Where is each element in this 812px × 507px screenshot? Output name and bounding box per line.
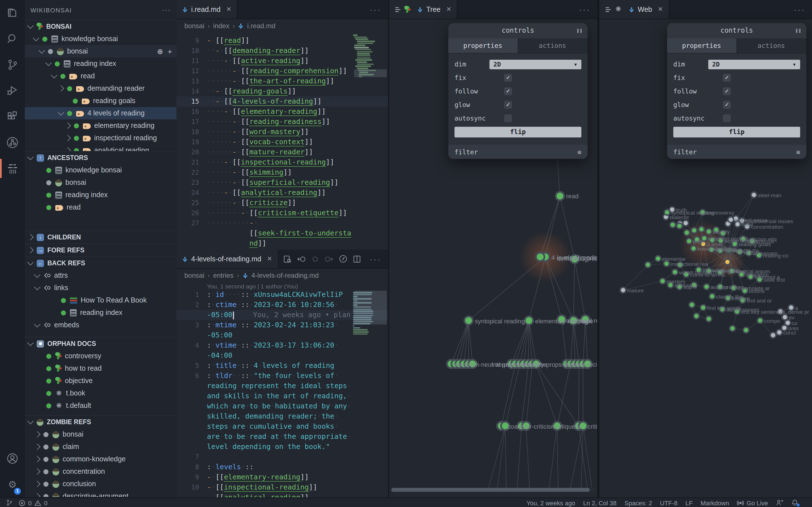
chevron-right-icon[interactable] <box>34 481 41 487</box>
graph-node[interactable] <box>730 326 735 331</box>
source-control-icon[interactable] <box>0 52 25 78</box>
tree-item[interactable]: how to read <box>25 362 176 375</box>
remote-icon[interactable] <box>6 499 13 506</box>
tab-actions[interactable]: actions <box>737 38 806 53</box>
graph-circle-icon[interactable] <box>0 129 25 156</box>
tab-i.read.md[interactable]: i.read.md✕ <box>176 0 238 18</box>
breadcrumb-item[interactable]: bonsai <box>185 272 204 279</box>
graph-node[interactable] <box>670 222 675 228</box>
wiki-link[interactable]: elementary-reading <box>224 473 300 482</box>
wiki-link[interactable]: read <box>224 36 241 45</box>
tab-properties[interactable]: properties <box>448 38 518 53</box>
wiki-link[interactable]: the-art-of-reading <box>250 76 326 86</box>
wiki-link[interactable]: criticize <box>250 198 288 207</box>
chevron-down-icon[interactable] <box>34 321 41 328</box>
graph-node[interactable] <box>664 210 670 215</box>
sidebar-section-back-refs[interactable]: ←BACK REFS <box>25 256 176 269</box>
autosync-checkbox[interactable] <box>504 114 512 122</box>
tree-item[interactable]: read <box>25 70 176 82</box>
tree-item[interactable]: knowledge bonsai <box>25 33 176 45</box>
graph-node[interactable] <box>782 314 788 320</box>
graph-node[interactable] <box>645 262 651 268</box>
wikibonsai-icon[interactable]: ••• •••••• •••[[]] <box>0 156 25 181</box>
chevron-down-icon[interactable] <box>28 259 34 266</box>
tree-item[interactable]: attrs <box>25 269 176 282</box>
close-icon[interactable]: ✕ <box>267 255 272 263</box>
drag-grip-icon[interactable]: ❚❚ <box>795 23 801 38</box>
tree-item[interactable]: controversy <box>25 350 176 362</box>
tree-item[interactable]: claim <box>25 441 176 453</box>
tree-item[interactable]: reading index <box>25 189 176 201</box>
drag-grip-icon[interactable]: ❚❚ <box>576 23 582 38</box>
tree-item[interactable]: objective <box>25 375 176 387</box>
chevron-down-icon[interactable] <box>33 35 40 41</box>
wiki-link[interactable]: reading-comprehension <box>250 66 339 75</box>
run-debug-icon[interactable] <box>0 78 25 104</box>
status-item[interactable]: Spaces: 2 <box>624 499 652 506</box>
breadcrumb-item[interactable]: bonsai <box>185 22 204 30</box>
chevron-down-icon[interactable] <box>28 22 34 29</box>
wiki-link[interactable]: reading-readiness <box>250 117 322 126</box>
graph-node[interactable] <box>464 316 473 325</box>
status-item[interactable]: LF <box>686 499 693 506</box>
tree-item[interactable]: 4 levels of reading <box>25 107 176 119</box>
chevron-right-icon[interactable] <box>34 468 41 475</box>
chevron-right-icon[interactable] <box>34 431 41 438</box>
chevron-down-icon[interactable] <box>39 47 45 54</box>
controls-header[interactable]: controls❚❚ <box>448 23 588 38</box>
follow-checkbox[interactable]: ✓ <box>504 87 512 95</box>
graph-node[interactable] <box>684 230 690 235</box>
tree-item[interactable]: ❋t.entry <box>25 412 176 415</box>
tree-item[interactable]: conclusion <box>25 478 176 490</box>
wiki-link[interactable]: analytical-reading <box>241 188 317 197</box>
status-item[interactable]: Go Live <box>737 499 768 506</box>
tab-actions[interactable]: actions <box>518 38 588 53</box>
tree-item[interactable]: demanding reader <box>25 82 176 95</box>
chevron-down-icon[interactable] <box>34 272 41 278</box>
minimap-slider[interactable] <box>354 69 387 77</box>
sidebar-section-orphan-docs[interactable]: ORPHAN DOCS <box>25 337 176 350</box>
dim-select[interactable]: 2D▾ <box>490 59 581 69</box>
wiki-link[interactable]: inspectional-reading <box>224 483 309 492</box>
graph-node[interactable] <box>706 229 712 234</box>
chevron-down-icon[interactable] <box>28 418 34 425</box>
flip-button[interactable]: flip <box>455 127 581 137</box>
chevron-right-icon[interactable] <box>28 234 34 240</box>
tree-item[interactable]: concentration <box>25 465 176 478</box>
graph-node[interactable] <box>706 316 712 322</box>
wiki-link[interactable]: word-mastery <box>250 127 301 136</box>
more-actions-icon[interactable]: ··· <box>794 5 812 14</box>
chevron-down-icon[interactable] <box>58 109 64 116</box>
breadcrumb-item[interactable]: index <box>213 22 229 30</box>
wiki-link[interactable]: 4-levels-of-reading <box>232 97 313 106</box>
tree-item[interactable]: knowledge bonsai <box>25 164 176 176</box>
tab-Tree[interactable]: Tree✕ <box>389 0 458 18</box>
tree-item[interactable]: bonsai <box>25 428 176 441</box>
wiki-link[interactable]: analytical-reading <box>224 493 300 497</box>
sidebar-section-zombie-refs[interactable]: ZOMBIE REFS <box>25 415 176 428</box>
graph-node[interactable] <box>691 228 697 233</box>
tab-properties[interactable]: properties <box>667 38 737 53</box>
notifications-bell-icon[interactable] <box>791 499 799 506</box>
graph-node[interactable] <box>699 226 704 232</box>
breadcrumb-item[interactable]: i.read.md <box>247 22 275 30</box>
tree-item[interactable]: reading goals <box>25 95 176 107</box>
wiki-link[interactable]: active-reading <box>241 56 300 65</box>
chevron-right-icon[interactable] <box>64 122 71 129</box>
wiki-link[interactable]: inspectional-reading <box>241 158 326 167</box>
hscrollbar-thumb[interactable] <box>391 488 590 492</box>
chevron-down-icon[interactable] <box>51 72 57 78</box>
wiki-link[interactable]: elementary-reading <box>241 107 317 116</box>
add-icon[interactable]: + <box>168 47 172 55</box>
chevron-right-icon[interactable] <box>64 135 71 142</box>
code-editor[interactable]: 9-·[[read]]10··-·[[demanding-reader]]11·… <box>176 32 388 249</box>
wiki-link[interactable]: vocab-context <box>250 137 305 147</box>
graph-node[interactable] <box>743 327 749 333</box>
chevron-down-icon[interactable] <box>28 340 34 346</box>
sidebar-section-children[interactable]: ↓CHILDREN <box>25 230 176 243</box>
wiki-link[interactable]: superficial-reading <box>250 178 330 187</box>
graph-node[interactable] <box>660 278 665 284</box>
tree-item[interactable]: How To Read A Book <box>25 294 176 306</box>
graph-node[interactable] <box>556 192 564 200</box>
controls-header[interactable]: controls❚❚ <box>667 23 806 38</box>
